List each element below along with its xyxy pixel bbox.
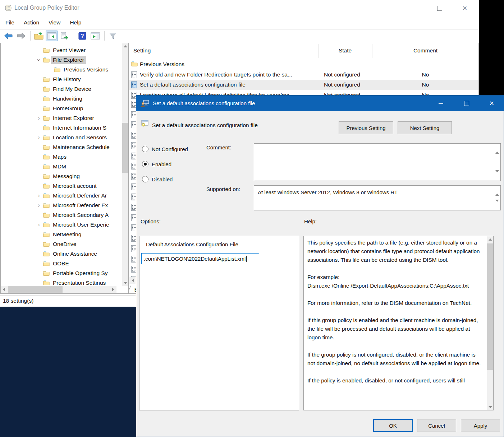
filter-icon[interactable] [107,31,119,41]
radio-not-configured[interactable]: Not Configured [142,145,188,153]
radio-label: Enabled [152,161,171,167]
tree-item[interactable]: OOBE [1,259,122,268]
chevron-collapsed-icon[interactable]: › [35,221,43,228]
tree-item[interactable]: MDM [1,162,122,171]
setting-comment: No [372,82,479,88]
tree-item[interactable]: Find My Device [1,84,122,94]
radio-disabled[interactable]: Disabled [142,175,173,183]
close-button[interactable]: × [456,0,474,16]
list-row[interactable]: Verify old and new Folder Redirection ta… [129,70,478,80]
setting-icon [141,120,148,128]
scrollbar-thumb[interactable] [122,123,128,173]
up-one-level-icon[interactable] [33,31,45,41]
dialog-title: Set a default associations configuration… [153,100,255,106]
folder-icon [43,232,51,237]
scroll-up-icon[interactable] [487,236,493,242]
tree-item[interactable]: Maps [1,152,122,162]
scroll-up-icon[interactable] [495,187,499,194]
tree-item[interactable]: Microsoft account [1,181,122,191]
column-header-setting[interactable]: Setting [133,47,151,54]
cancel-button[interactable]: Cancel [417,419,456,432]
chevron-collapsed-icon[interactable]: › [35,202,43,209]
show-action-pane-icon[interactable] [89,31,101,41]
tree-item[interactable]: File History [1,74,122,84]
show-console-tree-icon[interactable] [46,31,58,41]
menu-file[interactable]: File [1,17,19,28]
tree-item[interactable]: ›Microsoft User Experie [1,220,122,229]
ok-button[interactable]: OK [373,419,413,432]
tree-item[interactable]: Internet Information S [1,123,122,133]
chevron-expanded-icon[interactable]: › [35,56,42,64]
scroll-right-icon[interactable] [110,286,116,293]
chevron-collapsed-icon[interactable]: › [35,134,43,141]
radio-circle-icon[interactable] [142,146,148,152]
setting-state: Not configured [324,82,360,88]
tree-item-label: Find My Device [51,85,93,93]
list-row[interactable]: Set a default associations configuration… [129,80,478,90]
list-horizontal-scrollbar[interactable] [129,277,136,284]
scroll-down-icon[interactable] [495,202,499,208]
help-vertical-scrollbar[interactable] [487,236,493,410]
tree-item[interactable]: Microsoft Secondary A [1,210,122,220]
tree-item[interactable]: ›Internet Explorer [1,113,122,123]
tree-horizontal-scrollbar[interactable] [1,286,116,293]
tree-item[interactable]: Online Assistance [1,249,122,259]
scroll-left-icon[interactable] [1,286,7,293]
tree-item[interactable]: Messaging [1,171,122,181]
list-row[interactable]: Previous Versions [129,59,478,70]
scrollbar-thumb[interactable] [8,286,63,293]
scrollbar-thumb[interactable] [487,243,493,370]
tree-item[interactable]: Event Viewer [1,45,122,55]
comment-textarea[interactable] [254,143,501,181]
menu-action[interactable]: Action [19,17,44,28]
tree-item[interactable]: ›Microsoft Defender Ar [1,191,122,200]
tree-vertical-scrollbar[interactable] [122,43,128,286]
scroll-down-icon[interactable] [487,404,493,410]
tree-item-label: Portable Operating Sy [51,269,110,277]
tree-item[interactable]: Handwriting [1,94,122,103]
tree-item[interactable]: ›Location and Sensors [1,133,122,142]
menu-view[interactable]: View [44,17,65,28]
tree-item[interactable]: Previous Versions [1,65,122,74]
tree-item[interactable]: ›Microsoft Defender Ex [1,200,122,210]
tree-item[interactable]: NetMeeting [1,229,122,239]
scroll-down-icon[interactable] [495,172,499,179]
chevron-collapsed-icon[interactable]: › [35,192,43,199]
tree-item[interactable]: Portable Operating Sy [1,268,122,278]
export-list-icon[interactable] [59,31,71,41]
radio-circle-icon[interactable] [142,176,148,182]
dialog-maximize-button[interactable] [458,96,475,111]
dialog-minimize-button[interactable] [432,96,449,111]
tree-item-label: HomeGroup [51,104,85,112]
minimize-button[interactable] [406,0,423,16]
radio-enabled[interactable]: Enabled [142,160,171,168]
tree-item[interactable]: HomeGroup [1,103,122,113]
tree-item[interactable]: Maintenance Schedule [1,142,122,152]
scroll-up-icon[interactable] [495,145,499,152]
folder-icon [43,251,51,256]
column-header-comment[interactable]: Comment [372,47,479,54]
tree-item[interactable]: Presentation Settings [1,278,122,285]
column-header-state[interactable]: State [318,47,372,54]
maximize-button[interactable] [431,0,449,16]
scroll-down-icon[interactable] [122,280,128,286]
next-setting-button[interactable]: Next Setting [398,121,452,134]
scroll-up-icon[interactable] [122,43,128,49]
apply-button[interactable]: Apply [461,419,500,432]
radio-circle-checked-icon[interactable] [142,161,148,167]
tree-item[interactable]: ›File Explorer [1,55,122,65]
tree-item[interactable]: OneDrive [1,239,122,249]
previous-setting-button[interactable]: Previous Setting [339,121,393,134]
column-divider[interactable] [318,44,319,58]
radio-label: Not Configured [152,146,188,152]
help-panel: This policy specifies the path to a file… [303,236,494,410]
dialog-close-button[interactable]: × [484,96,500,111]
config-file-input[interactable]: .com\NETLOGON\2022DefaultAppList.xml [141,253,259,264]
column-divider[interactable] [372,44,372,58]
help-icon[interactable]: ? [76,31,88,41]
menu-help[interactable]: Help [65,17,86,28]
chevron-collapsed-icon[interactable]: › [35,115,43,122]
forward-icon[interactable] [15,31,27,41]
back-icon[interactable] [2,31,14,41]
setting-icon [131,71,137,80]
